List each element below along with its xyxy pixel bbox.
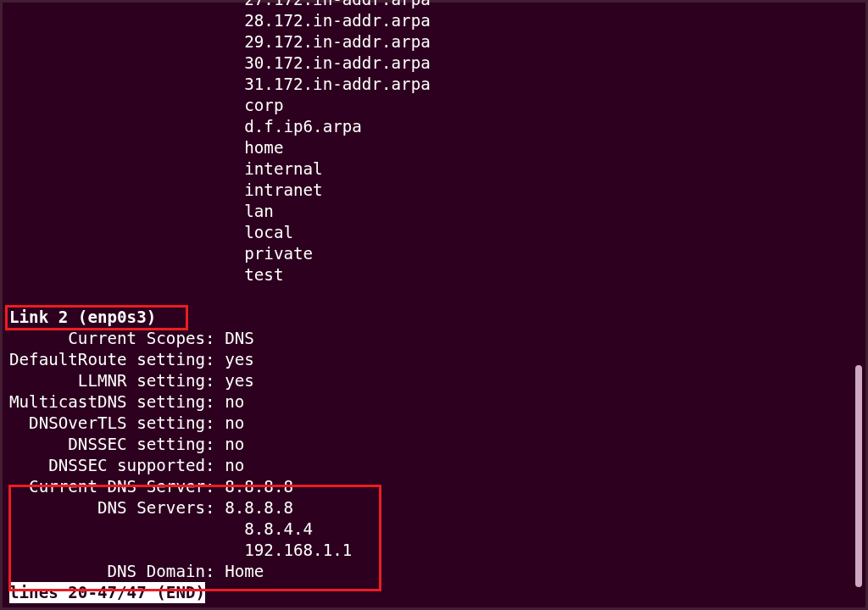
domain-list-item: internal [9,158,865,180]
domain-list-item: intranet [9,180,865,201]
domain-list-item: 28.172.in-addr.arpa [9,10,865,31]
domain-list-item: 29.172.in-addr.arpa [9,31,865,53]
setting-row: DNS Domain: Home [9,561,865,582]
domain-list-item: lan [9,201,865,222]
domain-list-item: 30.172.in-addr.arpa [9,53,865,74]
setting-row: DNSOverTLS setting: no [9,413,865,434]
terminal-window: 27.172.in-addr.arpa 28.172.in-addr.arpa … [0,0,868,610]
scrollbar-thumb[interactable] [855,365,862,587]
pager-status-bar: lines 20-47/47 (END) [9,582,865,603]
setting-row: DNSSEC setting: no [9,434,865,455]
domain-list-item: 27.172.in-addr.arpa [9,0,865,10]
setting-row: 192.168.1.1 [9,540,865,561]
domain-list-item: 31.172.in-addr.arpa [9,74,865,95]
domain-list-item: d.f.ip6.arpa [9,116,865,137]
setting-row: DNS Servers: 8.8.8.8 [9,497,865,518]
scrollbar-track[interactable] [853,6,863,604]
link-header: Link 2 (enp0s3) [9,307,865,328]
setting-row: Current DNS Server: 8.8.8.8 [9,476,865,497]
domain-list-item: test [9,264,865,286]
domain-list-item: home [9,137,865,158]
setting-row: DefaultRoute setting: yes [9,349,865,370]
domain-list-item: local [9,222,865,243]
domain-list-item: private [9,243,865,264]
setting-row: MulticastDNS setting: no [9,391,865,413]
setting-row: 8.8.4.4 [9,518,865,540]
setting-row: LLMNR setting: yes [9,370,865,391]
domain-list-item: corp [9,95,865,116]
setting-row: Current Scopes: DNS [9,328,865,349]
setting-row: DNSSEC supported: no [9,455,865,476]
terminal-output[interactable]: 27.172.in-addr.arpa 28.172.in-addr.arpa … [3,0,865,603]
